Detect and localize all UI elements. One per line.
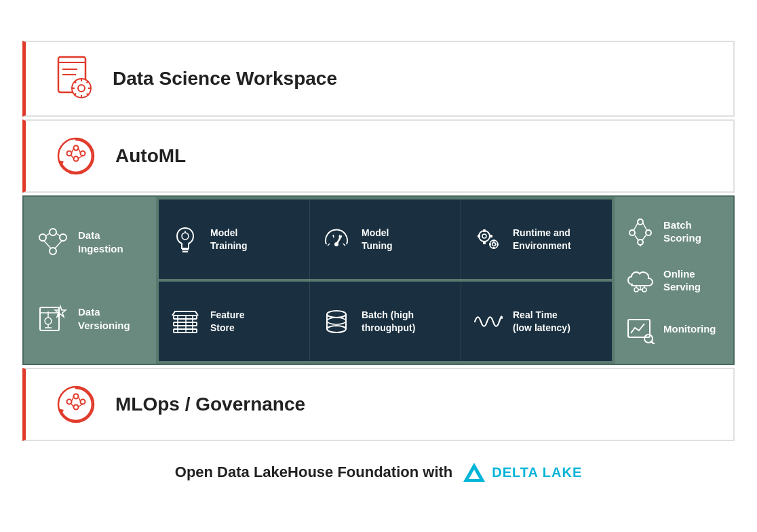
real-time-label: Real Time(low latency) (513, 309, 570, 335)
foundation-text: Open Data LakeHouse Foundation with (175, 463, 452, 481)
mlops-title: MLOps / Governance (115, 394, 305, 415)
data-versioning-icon (36, 302, 70, 336)
online-serving-item: OnlineServing (625, 265, 722, 295)
center-top-row: ModelTraining ModelTuning (159, 200, 612, 279)
svg-line-76 (635, 235, 638, 240)
svg-rect-61 (174, 329, 197, 332)
data-ingestion-icon (36, 225, 70, 259)
svg-line-22 (78, 155, 83, 159)
batch-scoring-label: BatchScoring (663, 218, 701, 245)
svg-point-93 (74, 405, 79, 410)
svg-point-27 (50, 248, 56, 254)
svg-rect-52 (490, 235, 492, 238)
row-workspace: Data Science Workspace (22, 41, 735, 117)
feature-store-cell: FeatureStore (159, 282, 310, 361)
feature-store-label: FeatureStore (210, 309, 245, 335)
automl-title: AutoML (115, 145, 186, 167)
svg-point-92 (81, 400, 85, 404)
svg-line-28 (45, 233, 50, 236)
svg-rect-55 (493, 240, 495, 242)
svg-rect-49 (483, 229, 486, 232)
row-foundation: Open Data LakeHouse Foundation with DELT… (22, 441, 735, 491)
svg-rect-60 (174, 322, 197, 326)
svg-point-91 (74, 394, 79, 399)
batch-high-label: Batch (highthroughput) (362, 309, 415, 335)
svg-line-29 (56, 233, 60, 236)
svg-rect-56 (493, 247, 495, 249)
runtime-env-label: Runtime andEnvironment (513, 227, 571, 252)
svg-line-43 (328, 244, 330, 246)
monitoring-icon (625, 314, 655, 344)
data-versioning-label: DataVersioning (78, 305, 130, 332)
svg-line-45 (339, 235, 340, 238)
mlops-icon (53, 381, 99, 428)
svg-point-42 (334, 242, 338, 246)
real-time-cell: Real Time(low latency) (461, 282, 612, 361)
model-training-icon (170, 224, 201, 255)
delta-lake-text: DELTA LAKE (492, 465, 582, 480)
svg-point-65 (327, 311, 346, 318)
row-mlops: MLOps / Governance (22, 368, 735, 441)
svg-point-73 (638, 240, 643, 245)
feature-store-icon (170, 306, 201, 337)
row-platform: DataIngestion DataVersioning (22, 195, 735, 365)
delta-lake-triangle-icon (462, 460, 486, 484)
online-serving-icon (625, 265, 655, 295)
svg-line-95 (78, 396, 81, 402)
svg-line-46 (343, 244, 345, 246)
svg-line-75 (643, 223, 647, 231)
svg-point-47 (479, 231, 490, 242)
runtime-env-cell: Runtime andEnvironment (461, 200, 612, 279)
svg-point-25 (50, 229, 56, 235)
svg-point-54 (492, 242, 496, 246)
svg-point-69 (327, 318, 346, 324)
svg-rect-57 (489, 243, 491, 245)
svg-point-68 (327, 326, 346, 332)
svg-point-17 (74, 146, 79, 151)
svg-line-44 (333, 235, 334, 238)
center-bottom-row: FeatureStore Batch (highthroughput) (159, 282, 612, 361)
automl-icon (53, 133, 99, 179)
model-tuning-icon (321, 224, 352, 255)
svg-point-33 (45, 318, 52, 324)
svg-line-94 (71, 396, 74, 402)
svg-line-87 (652, 342, 655, 344)
svg-line-20 (71, 148, 74, 153)
svg-point-16 (67, 151, 72, 156)
delta-lake-logo: DELTA LAKE (462, 460, 582, 484)
model-tuning-label: ModelTuning (362, 227, 393, 252)
workspace-title: Data Science Workspace (113, 68, 337, 90)
col-serving: BatchScoring OnlineServing (615, 197, 733, 364)
svg-point-90 (67, 400, 72, 404)
svg-point-71 (629, 230, 635, 235)
svg-line-30 (55, 241, 62, 248)
model-training-label: ModelTraining (210, 227, 247, 252)
svg-line-31 (44, 241, 51, 248)
svg-line-96 (78, 404, 83, 407)
svg-rect-59 (174, 316, 197, 319)
svg-point-72 (646, 230, 651, 235)
batch-high-icon (321, 306, 352, 337)
svg-rect-51 (478, 235, 480, 238)
batch-scoring-icon (625, 216, 655, 246)
svg-line-77 (642, 235, 646, 240)
svg-line-74 (634, 223, 638, 231)
model-training-cell: ModelTraining (159, 200, 310, 279)
svg-point-19 (74, 157, 79, 162)
model-tuning-cell: ModelTuning (310, 200, 461, 279)
svg-point-24 (39, 234, 46, 241)
svg-rect-58 (497, 243, 499, 245)
svg-point-80 (642, 288, 646, 292)
diagram-container: Data Science Workspace AutoML (22, 41, 735, 491)
svg-rect-50 (483, 242, 486, 244)
col-data: DataIngestion DataVersioning (24, 197, 156, 364)
svg-line-21 (78, 148, 81, 153)
real-time-icon (472, 306, 503, 337)
online-serving-label: OnlineServing (663, 267, 701, 294)
row-automl: AutoML (22, 119, 735, 193)
batch-scoring-item: BatchScoring (625, 216, 722, 246)
runtime-env-icon (472, 224, 503, 255)
svg-point-70 (638, 219, 643, 225)
monitoring-label: Monitoring (663, 322, 716, 336)
batch-high-cell: Batch (highthroughput) (310, 282, 461, 361)
